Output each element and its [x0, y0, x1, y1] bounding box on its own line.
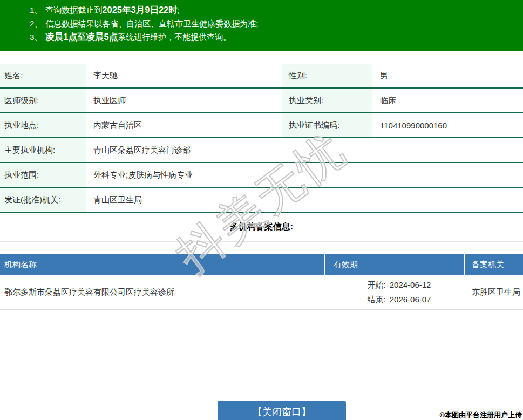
practice-scope-value: 外科专业;皮肤病与性病专业: [86, 163, 523, 187]
notice-text-bold: 凌晨1点至凌晨5点: [45, 32, 118, 42]
gender-label: 性别:: [282, 64, 372, 87]
doctor-level-label: 医师级别:: [0, 89, 86, 112]
filing-table-row: 鄂尔多斯市朵荔医疗美容有限公司医疗美容诊所 开始:2024-06-12 结束:2…: [0, 275, 523, 310]
certificate-number-value: 110410990000160: [372, 113, 523, 137]
section-divider: [0, 241, 523, 242]
issuing-authority-value: 青山区卫生局: [86, 188, 523, 212]
validity-end-label: 结束:: [368, 295, 386, 304]
practice-scope-label: 执业范围:: [0, 163, 86, 187]
validity-start-date: 2024-06-12: [390, 280, 431, 289]
main-institution-label: 主要执业机构:: [0, 138, 86, 162]
notice-number: 2、: [30, 19, 42, 28]
info-row-level-category: 医师级别: 执业医师 执业类别: 临床: [0, 89, 523, 113]
validity-start: 开始:2024-06-12: [368, 277, 431, 292]
main-institution-value: 青山区朵荔医疗美容门诊部: [86, 138, 523, 162]
notice-number: 1、: [30, 5, 42, 15]
filing-table: 机构名称 有效期 备案机关 鄂尔多斯市朵荔医疗美容有限公司医疗美容诊所 开始:2…: [0, 254, 523, 310]
validity-end-date: 2026-06-07: [390, 295, 431, 304]
practitioner-query-result-page: 1、查询数据截止到2025年3月9日22时; 2、信息数据结果以各省、自治区、直…: [0, 0, 523, 420]
notice-line-2: 2、信息数据结果以各省、自治区、直辖市卫生健康委数据为准;: [0, 17, 523, 30]
name-label: 姓名:: [0, 64, 86, 87]
filing-authority-value: 东胜区卫生局: [465, 275, 523, 309]
notice-banner: 1、查询数据截止到2025年3月9日22时; 2、信息数据结果以各省、自治区、直…: [0, 0, 523, 51]
info-row-name-gender: 姓名: 李天驰 性别: 男: [0, 64, 523, 89]
gender-value: 男: [372, 64, 523, 87]
notice-number: 3、: [30, 32, 42, 42]
filing-table-header: 机构名称 有效期 备案机关: [0, 254, 523, 275]
validity-start-label: 开始:: [368, 280, 386, 289]
notice-text: 查询数据截止到: [45, 5, 102, 15]
name-value: 李天驰: [86, 64, 282, 87]
notice-line-3: 3、凌晨1点至凌晨5点系统进行维护，不能提供查询。: [0, 30, 523, 44]
info-row-issuing-authority: 发证(批准)机关: 青山区卫生局: [0, 188, 523, 213]
practice-category-label: 执业类别:: [282, 89, 372, 112]
practice-category-value: 临床: [372, 89, 523, 112]
filing-org-name: 鄂尔多斯市朵荔医疗美容有限公司医疗美容诊所: [0, 275, 325, 309]
notice-text: 信息数据结果以各省、自治区、直辖市卫生健康委数据为准;: [45, 19, 258, 28]
notice-text: 系统进行维护，不能提供查询。: [118, 32, 231, 42]
close-window-button[interactable]: 【关闭窗口】: [218, 401, 346, 420]
validity-column-header: 有效期: [325, 254, 465, 275]
notice-line-1: 1、查询数据截止到2025年3月9日22时;: [0, 3, 523, 17]
org-name-column-header: 机构名称: [0, 254, 325, 275]
multi-institution-section-title: 多机构备案信息:: [0, 221, 523, 233]
doctor-level-value: 执业医师: [86, 89, 282, 112]
validity-end: 结束:2026-06-07: [368, 292, 431, 307]
info-row-location-certno: 执业地点: 内蒙古自治区 执业证书编码: 110410990000160: [0, 113, 523, 138]
filing-authority-column-header: 备案机关: [465, 254, 523, 275]
info-row-main-institution: 主要执业机构: 青山区朵荔医疗美容门诊部: [0, 138, 523, 163]
copyright-note: ©本图由平台注册用户上传: [439, 410, 522, 420]
issuing-authority-label: 发证(批准)机关:: [0, 188, 86, 212]
certificate-number-label: 执业证书编码:: [282, 113, 372, 137]
filing-validity-cell: 开始:2024-06-12 结束:2026-06-07: [325, 275, 465, 309]
info-row-practice-scope: 执业范围: 外科专业;皮肤病与性病专业: [0, 163, 523, 188]
practice-location-value: 内蒙古自治区: [86, 113, 282, 137]
practice-location-label: 执业地点:: [0, 113, 86, 137]
notice-text: ;: [178, 5, 180, 15]
practitioner-info-table: 姓名: 李天驰 性别: 男 医师级别: 执业医师 执业类别: 临床 执业地点: …: [0, 64, 523, 213]
notice-text-bold: 2025年3月9日22时: [102, 5, 177, 15]
